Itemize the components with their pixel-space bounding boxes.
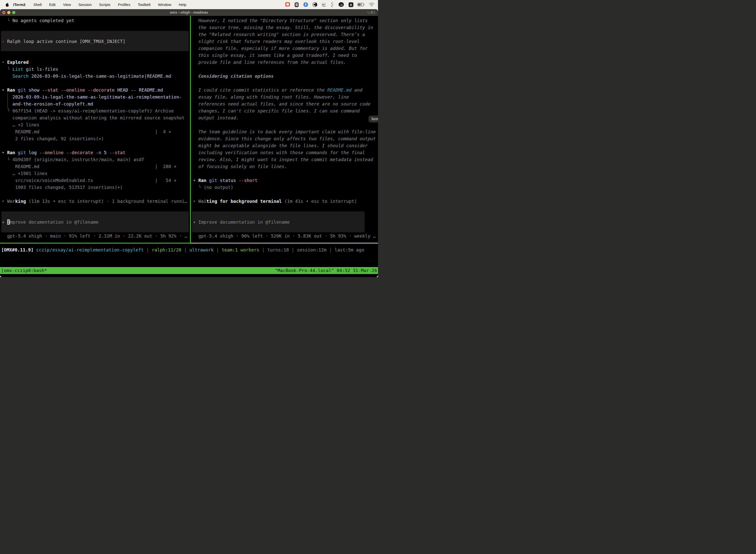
- menu-item-profiles[interactable]: Profiles: [118, 2, 130, 7]
- menu-app-name[interactable]: iTerm2: [13, 2, 25, 7]
- battery-percent-icon[interactable]: ..61: [338, 2, 344, 7]
- text-segment: the "Related research writing" section i…: [193, 32, 365, 37]
- text-segment: └: [2, 157, 12, 162]
- ran-git-log-line: • Ran git log --oneline --decorate -n 5 …: [2, 149, 126, 156]
- model-status-line: gpt-5.4 xhigh · 96% left · 520K in · 5.8…: [193, 233, 376, 239]
- text-segment: might be acceptable alongside the file l…: [193, 143, 368, 148]
- keyboard-icon[interactable]: [294, 2, 299, 7]
- menu-item-help[interactable]: Help: [179, 2, 186, 7]
- text-segment: companion analysis without altering the …: [2, 115, 185, 120]
- injected-command-line: › Ralph loop active continue [OMX_TMUX_I…: [2, 38, 126, 45]
- text-segment: 2026-03-09-is-legal-the-same-as-legitima…: [28, 73, 171, 79]
- diffstat-line: README.md | 280 +: [2, 163, 176, 170]
- text-segment: |: [216, 247, 222, 253]
- text-segment: •: [2, 60, 7, 65]
- omx-status-bar: [OMX#0.11.9] cczip/essay/ai-reimplementa…: [1, 246, 364, 254]
- filename-line: and-the-erosion-of-copyleft.md: [2, 101, 93, 107]
- battery-icon[interactable]: [358, 3, 365, 6]
- text-segment: ›: [193, 219, 198, 225]
- explored-list-line: └ List git ls-files: [2, 66, 58, 73]
- explored-header-line: • Explored: [2, 59, 28, 66]
- reasoning-line: might be acceptable alongside the file l…: [193, 142, 368, 149]
- text-segment: session:12m: [297, 247, 329, 253]
- text-segment: └: [2, 108, 12, 113]
- pane-border-inactive: [191, 243, 378, 243]
- commit-line: └ 4b9d30f (origin/main, instructkr/main,…: [2, 156, 144, 163]
- reasoning-heading-line: Considering citation options: [193, 73, 273, 80]
- menu-status-icons: ..61 A: [285, 2, 375, 7]
- text-segment: └: [2, 18, 12, 23]
- reasoning-line: companion file, especially if more comme…: [193, 45, 368, 52]
- text-segment: changes, I can't cite specific file line…: [193, 108, 360, 113]
- text-segment: ›: [2, 219, 7, 225]
- menu-item-edit[interactable]: Edit: [49, 2, 56, 7]
- text-segment: •: [2, 88, 7, 93]
- title-bar[interactable]: omx --xhigh --madmax ⌥⌘1: [0, 9, 378, 16]
- dots-grid-icon[interactable]: [321, 2, 326, 7]
- text-segment: Ran: [7, 150, 15, 155]
- menu-bar: iTerm2 ShellEditViewSessionScriptsProfil…: [0, 0, 378, 9]
- elided-lines-line: … +2 lines: [2, 121, 40, 128]
- menu-item-view[interactable]: View: [63, 2, 71, 7]
- dark-logo-icon[interactable]: [312, 2, 317, 7]
- text-segment: evidence. Since this change only affects…: [193, 136, 376, 141]
- text-segment: [OMX#0.11.9]: [1, 247, 34, 253]
- text-segment: and: [352, 88, 362, 93]
- text-segment: gpt-5.4 xhigh · 96% left · 520K in · 5.8…: [193, 233, 376, 238]
- waiting-status-line: • Waiting for background terminal (1m 41…: [193, 198, 357, 205]
- command-output-line: └ (no output): [193, 184, 233, 191]
- shield-bolt-icon[interactable]: [303, 2, 308, 7]
- text-segment: Considering citation options: [193, 73, 273, 79]
- text-segment: --stat: [109, 150, 126, 155]
- reasoning-line: the source tree, missing the essay. Stil…: [193, 24, 373, 31]
- text-segment: Wai: [198, 199, 207, 204]
- text-segment: of focusing solely on file lines.: [193, 164, 287, 169]
- agents-status-line: └ No agents completed yet: [2, 17, 74, 24]
- reasoning-line: However, I noticed the "Directory Struct…: [193, 17, 368, 24]
- squiggle-icon[interactable]: [330, 2, 334, 7]
- desktop-screen: iTerm2 ShellEditViewSessionScriptsProfil…: [0, 0, 378, 277]
- text-segment: --oneline --decorate -n: [40, 150, 101, 155]
- screen-share-tooltip[interactable]: Scre: [369, 116, 378, 122]
- text-segment: •: [193, 199, 198, 204]
- wifi-icon[interactable]: [369, 2, 375, 7]
- text-segment: --: [131, 88, 136, 93]
- menu-item-scripts[interactable]: Scripts: [99, 2, 111, 7]
- text-segment: git: [15, 88, 26, 93]
- menu-items: ShellEditViewSessionScriptsProfilesToolb…: [34, 2, 194, 7]
- text-segment: last:5m ago: [334, 247, 364, 253]
- menu-item-window[interactable]: Window: [158, 2, 171, 7]
- terminal-pane-right[interactable]: However, I noticed the "Directory Struct…: [191, 16, 378, 243]
- text-segment: --short: [239, 178, 257, 183]
- notification-app-icon[interactable]: [285, 2, 290, 7]
- reasoning-line: this single essay, it seems like a good …: [193, 52, 357, 59]
- text-segment: including verification notes with those …: [193, 150, 365, 155]
- menu-item-session[interactable]: Session: [78, 2, 91, 7]
- pane-divider[interactable]: [190, 16, 191, 243]
- terminal-pane-left[interactable]: └ No agents completed yet› Ralph loop ac…: [0, 16, 190, 243]
- prompt-input-line[interactable]: › Improve documentation in @filename: [193, 219, 290, 226]
- text-segment: (11m 13s • esc to interrupt) · 1 backgro…: [26, 199, 187, 204]
- text-segment: the source tree, missing the essay. Stil…: [193, 25, 373, 30]
- commit-line: companion analysis without altering the …: [2, 114, 185, 121]
- ran-git-show-line: • Ran git show --stat --oneline --decora…: [2, 87, 163, 94]
- input-source-icon[interactable]: A: [349, 2, 354, 7]
- text-segment: turns:10: [267, 247, 292, 253]
- menu-item-toolbelt[interactable]: Toolbelt: [138, 2, 150, 7]
- text-segment: Explored: [7, 60, 29, 65]
- text-segment: └: [193, 185, 204, 190]
- text-segment: this single essay, it seems like a good …: [193, 53, 357, 58]
- menu-item-shell[interactable]: Shell: [34, 2, 42, 7]
- text-segment: Wor: [7, 199, 15, 204]
- text-segment: README.md: [327, 88, 352, 93]
- text-segment: ›: [2, 39, 7, 44]
- text-cursor: I: [7, 219, 10, 225]
- explored-search-line: Search 2026-03-09-is-legal-the-same-as-l…: [2, 73, 171, 80]
- apple-menu-icon[interactable]: [5, 2, 9, 7]
- text-segment: The team guideline is to back every impo…: [193, 129, 376, 134]
- reasoning-line: of focusing solely on file lines.: [193, 163, 287, 170]
- text-segment: mprove documentation in @filename: [10, 219, 99, 225]
- prompt-input-line[interactable]: › Improve documentation in @filename: [2, 219, 99, 226]
- elided-lines-line: … +1901 lines: [2, 170, 47, 177]
- text-segment: I could cite commit statistics or refere…: [193, 88, 327, 93]
